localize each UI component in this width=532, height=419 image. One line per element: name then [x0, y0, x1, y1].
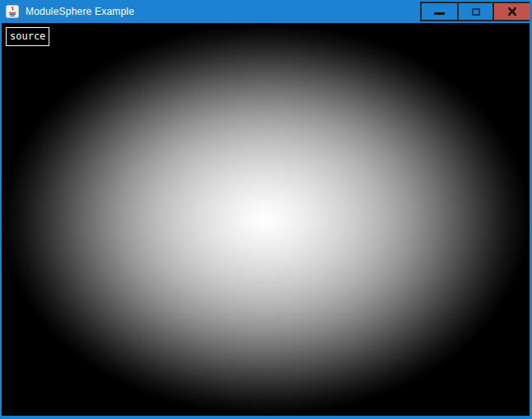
source-node[interactable]: source [6, 27, 49, 46]
app-window: ModuleSphere Example source [0, 0, 532, 419]
minimize-dash-icon [434, 12, 445, 15]
point-light-glow [2, 23, 530, 416]
window-title: ModuleSphere Example [26, 6, 134, 17]
maximize-square-icon [472, 8, 480, 16]
window-controls [420, 2, 532, 21]
maximize-button[interactable] [457, 3, 492, 20]
minimize-button[interactable] [422, 3, 457, 20]
close-button[interactable] [492, 3, 530, 20]
title-bar[interactable]: ModuleSphere Example [0, 0, 532, 23]
render-viewport[interactable]: source [2, 23, 530, 416]
close-x-icon [506, 5, 519, 18]
java-coffee-cup-icon [6, 5, 19, 18]
